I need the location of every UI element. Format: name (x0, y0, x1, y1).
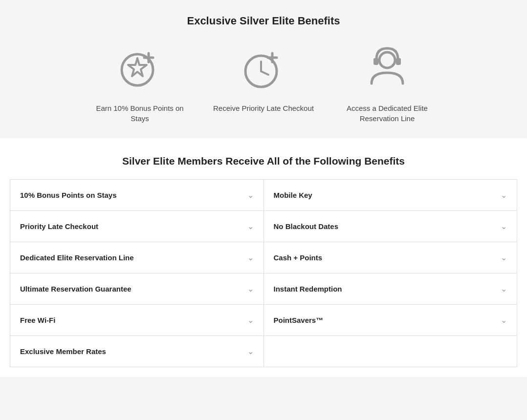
benefits-grid: 10% Bonus Points on Stays ⌄ Mobile Key ⌄… (10, 179, 517, 367)
svg-rect-11 (396, 58, 401, 65)
benefit-item-no-blackout[interactable]: No Blackout Dates ⌄ (264, 211, 518, 242)
benefit-item-reservation-guarantee[interactable]: Ultimate Reservation Guarantee ⌄ (10, 273, 264, 305)
middle-title: Silver Elite Members Receive All of the … (10, 155, 517, 167)
benefit-item-priority-checkout[interactable]: Priority Late Checkout ⌄ (10, 211, 264, 242)
benefit-label-pointsavers: PointSavers™ (274, 316, 324, 324)
top-benefits-section: Exclusive Silver Elite Benefits Earn 10%… (0, 0, 527, 138)
chevron-down-icon: ⌄ (247, 315, 254, 325)
chevron-down-icon: ⌄ (247, 284, 254, 294)
chevron-down-icon: ⌄ (247, 222, 254, 231)
top-benefits-title: Exclusive Silver Elite Benefits (10, 15, 517, 27)
benefit-label-cash-points: Cash + Points (274, 253, 323, 262)
benefit-label-member-rates: Exclusive Member Rates (20, 347, 106, 356)
chevron-down-icon: ⌄ (501, 315, 507, 325)
chevron-down-icon: ⌄ (501, 222, 507, 231)
late-checkout-label: Receive Priority Late Checkout (213, 103, 314, 113)
benefit-item-dedicated-line[interactable]: Dedicated Elite Reservation Line ⌄ (10, 242, 264, 273)
benefit-item-empty (264, 336, 518, 367)
svg-point-9 (379, 52, 395, 68)
benefit-label-wifi: Free Wi-Fi (20, 316, 55, 324)
chevron-down-icon: ⌄ (501, 253, 507, 262)
benefit-label-dedicated-line: Dedicated Elite Reservation Line (20, 253, 134, 262)
bonus-points-item: Earn 10% Bonus Points on Stays (86, 42, 194, 124)
chevron-down-icon: ⌄ (247, 190, 254, 200)
chevron-down-icon: ⌄ (501, 190, 507, 200)
late-checkout-icon (237, 42, 290, 96)
middle-benefits-section: Silver Elite Members Receive All of the … (0, 138, 527, 377)
benefit-label-instant-redemption: Instant Redemption (274, 285, 342, 293)
benefit-item-cash-points[interactable]: Cash + Points ⌄ (264, 242, 518, 273)
benefit-item-wifi[interactable]: Free Wi-Fi ⌄ (10, 305, 264, 336)
page-wrapper: Exclusive Silver Elite Benefits Earn 10%… (0, 0, 527, 377)
bonus-points-icon (113, 42, 167, 96)
late-checkout-item: Receive Priority Late Checkout (213, 42, 314, 113)
benefit-item-pointsavers[interactable]: PointSavers™ ⌄ (264, 305, 518, 336)
benefit-label-bonus-points: 10% Bonus Points on Stays (20, 191, 117, 199)
benefit-item-member-rates[interactable]: Exclusive Member Rates ⌄ (10, 336, 264, 367)
benefit-label-no-blackout: No Blackout Dates (274, 222, 339, 231)
reservation-line-item: Access a Dedicated Elite Reservation Lin… (333, 42, 441, 124)
chevron-down-icon: ⌄ (247, 253, 254, 262)
svg-line-6 (261, 71, 268, 75)
benefit-item-mobile-key[interactable]: Mobile Key ⌄ (264, 180, 518, 211)
benefit-label-reservation-guarantee: Ultimate Reservation Guarantee (20, 285, 132, 293)
chevron-down-icon: ⌄ (501, 284, 507, 294)
benefit-label-mobile-key: Mobile Key (274, 191, 312, 199)
reservation-line-icon (360, 42, 414, 96)
bonus-points-label: Earn 10% Bonus Points on Stays (86, 103, 194, 124)
reservation-line-label: Access a Dedicated Elite Reservation Lin… (333, 103, 441, 124)
top-icons-row: Earn 10% Bonus Points on Stays (10, 42, 517, 124)
benefit-item-bonus-points[interactable]: 10% Bonus Points on Stays ⌄ (10, 180, 264, 211)
benefit-label-priority-checkout: Priority Late Checkout (20, 222, 98, 231)
svg-rect-10 (373, 58, 378, 65)
svg-marker-1 (128, 58, 147, 76)
chevron-down-icon: ⌄ (247, 347, 254, 356)
benefit-item-instant-redemption[interactable]: Instant Redemption ⌄ (264, 273, 518, 305)
